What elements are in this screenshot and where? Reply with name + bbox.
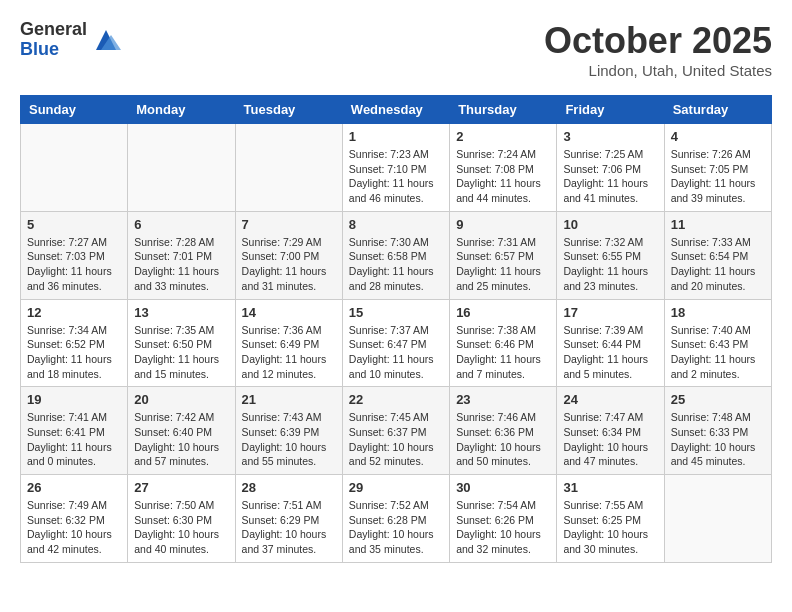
day-info: Sunrise: 7:39 AM Sunset: 6:44 PM Dayligh…	[563, 323, 657, 382]
day-info: Sunrise: 7:38 AM Sunset: 6:46 PM Dayligh…	[456, 323, 550, 382]
day-number: 11	[671, 217, 765, 232]
calendar-cell: 29Sunrise: 7:52 AM Sunset: 6:28 PM Dayli…	[342, 475, 449, 563]
calendar-cell: 19Sunrise: 7:41 AM Sunset: 6:41 PM Dayli…	[21, 387, 128, 475]
day-info: Sunrise: 7:23 AM Sunset: 7:10 PM Dayligh…	[349, 147, 443, 206]
calendar-cell: 30Sunrise: 7:54 AM Sunset: 6:26 PM Dayli…	[450, 475, 557, 563]
day-info: Sunrise: 7:34 AM Sunset: 6:52 PM Dayligh…	[27, 323, 121, 382]
day-info: Sunrise: 7:49 AM Sunset: 6:32 PM Dayligh…	[27, 498, 121, 557]
calendar-cell: 17Sunrise: 7:39 AM Sunset: 6:44 PM Dayli…	[557, 299, 664, 387]
calendar-table: SundayMondayTuesdayWednesdayThursdayFrid…	[20, 95, 772, 563]
calendar-cell: 1Sunrise: 7:23 AM Sunset: 7:10 PM Daylig…	[342, 124, 449, 212]
weekday-header-friday: Friday	[557, 96, 664, 124]
day-number: 8	[349, 217, 443, 232]
day-info: Sunrise: 7:31 AM Sunset: 6:57 PM Dayligh…	[456, 235, 550, 294]
month-title: October 2025	[544, 20, 772, 62]
week-row-4: 19Sunrise: 7:41 AM Sunset: 6:41 PM Dayli…	[21, 387, 772, 475]
day-info: Sunrise: 7:26 AM Sunset: 7:05 PM Dayligh…	[671, 147, 765, 206]
day-number: 4	[671, 129, 765, 144]
day-info: Sunrise: 7:37 AM Sunset: 6:47 PM Dayligh…	[349, 323, 443, 382]
week-row-1: 1Sunrise: 7:23 AM Sunset: 7:10 PM Daylig…	[21, 124, 772, 212]
calendar-cell: 13Sunrise: 7:35 AM Sunset: 6:50 PM Dayli…	[128, 299, 235, 387]
day-number: 28	[242, 480, 336, 495]
calendar-cell: 25Sunrise: 7:48 AM Sunset: 6:33 PM Dayli…	[664, 387, 771, 475]
day-number: 1	[349, 129, 443, 144]
day-number: 30	[456, 480, 550, 495]
day-info: Sunrise: 7:50 AM Sunset: 6:30 PM Dayligh…	[134, 498, 228, 557]
calendar-cell: 31Sunrise: 7:55 AM Sunset: 6:25 PM Dayli…	[557, 475, 664, 563]
day-number: 19	[27, 392, 121, 407]
calendar-cell: 10Sunrise: 7:32 AM Sunset: 6:55 PM Dayli…	[557, 211, 664, 299]
day-info: Sunrise: 7:29 AM Sunset: 7:00 PM Dayligh…	[242, 235, 336, 294]
weekday-header-tuesday: Tuesday	[235, 96, 342, 124]
day-number: 20	[134, 392, 228, 407]
day-number: 10	[563, 217, 657, 232]
weekday-header-sunday: Sunday	[21, 96, 128, 124]
logo-blue: Blue	[20, 40, 87, 60]
calendar-cell	[664, 475, 771, 563]
day-number: 18	[671, 305, 765, 320]
week-row-5: 26Sunrise: 7:49 AM Sunset: 6:32 PM Dayli…	[21, 475, 772, 563]
day-info: Sunrise: 7:54 AM Sunset: 6:26 PM Dayligh…	[456, 498, 550, 557]
week-row-2: 5Sunrise: 7:27 AM Sunset: 7:03 PM Daylig…	[21, 211, 772, 299]
calendar-cell: 22Sunrise: 7:45 AM Sunset: 6:37 PM Dayli…	[342, 387, 449, 475]
day-info: Sunrise: 7:51 AM Sunset: 6:29 PM Dayligh…	[242, 498, 336, 557]
day-number: 17	[563, 305, 657, 320]
logo-general: General	[20, 20, 87, 40]
day-number: 16	[456, 305, 550, 320]
calendar-cell: 7Sunrise: 7:29 AM Sunset: 7:00 PM Daylig…	[235, 211, 342, 299]
calendar-cell: 26Sunrise: 7:49 AM Sunset: 6:32 PM Dayli…	[21, 475, 128, 563]
day-info: Sunrise: 7:33 AM Sunset: 6:54 PM Dayligh…	[671, 235, 765, 294]
calendar-cell: 15Sunrise: 7:37 AM Sunset: 6:47 PM Dayli…	[342, 299, 449, 387]
day-number: 29	[349, 480, 443, 495]
day-number: 5	[27, 217, 121, 232]
day-info: Sunrise: 7:32 AM Sunset: 6:55 PM Dayligh…	[563, 235, 657, 294]
calendar-cell: 6Sunrise: 7:28 AM Sunset: 7:01 PM Daylig…	[128, 211, 235, 299]
day-info: Sunrise: 7:40 AM Sunset: 6:43 PM Dayligh…	[671, 323, 765, 382]
weekday-header-saturday: Saturday	[664, 96, 771, 124]
calendar-cell: 18Sunrise: 7:40 AM Sunset: 6:43 PM Dayli…	[664, 299, 771, 387]
day-number: 15	[349, 305, 443, 320]
calendar-cell: 14Sunrise: 7:36 AM Sunset: 6:49 PM Dayli…	[235, 299, 342, 387]
day-number: 2	[456, 129, 550, 144]
day-info: Sunrise: 7:48 AM Sunset: 6:33 PM Dayligh…	[671, 410, 765, 469]
logo-icon	[91, 25, 121, 55]
calendar-cell: 24Sunrise: 7:47 AM Sunset: 6:34 PM Dayli…	[557, 387, 664, 475]
day-number: 24	[563, 392, 657, 407]
calendar-cell	[128, 124, 235, 212]
weekday-header-monday: Monday	[128, 96, 235, 124]
calendar-cell: 20Sunrise: 7:42 AM Sunset: 6:40 PM Dayli…	[128, 387, 235, 475]
day-number: 3	[563, 129, 657, 144]
day-info: Sunrise: 7:36 AM Sunset: 6:49 PM Dayligh…	[242, 323, 336, 382]
title-block: October 2025 Lindon, Utah, United States	[544, 20, 772, 79]
day-info: Sunrise: 7:46 AM Sunset: 6:36 PM Dayligh…	[456, 410, 550, 469]
calendar-cell: 3Sunrise: 7:25 AM Sunset: 7:06 PM Daylig…	[557, 124, 664, 212]
calendar-cell: 2Sunrise: 7:24 AM Sunset: 7:08 PM Daylig…	[450, 124, 557, 212]
day-info: Sunrise: 7:24 AM Sunset: 7:08 PM Dayligh…	[456, 147, 550, 206]
weekday-header-row: SundayMondayTuesdayWednesdayThursdayFrid…	[21, 96, 772, 124]
day-info: Sunrise: 7:52 AM Sunset: 6:28 PM Dayligh…	[349, 498, 443, 557]
calendar-cell: 9Sunrise: 7:31 AM Sunset: 6:57 PM Daylig…	[450, 211, 557, 299]
day-number: 25	[671, 392, 765, 407]
day-info: Sunrise: 7:28 AM Sunset: 7:01 PM Dayligh…	[134, 235, 228, 294]
day-number: 13	[134, 305, 228, 320]
day-info: Sunrise: 7:30 AM Sunset: 6:58 PM Dayligh…	[349, 235, 443, 294]
day-number: 22	[349, 392, 443, 407]
day-info: Sunrise: 7:47 AM Sunset: 6:34 PM Dayligh…	[563, 410, 657, 469]
day-info: Sunrise: 7:35 AM Sunset: 6:50 PM Dayligh…	[134, 323, 228, 382]
calendar-cell: 12Sunrise: 7:34 AM Sunset: 6:52 PM Dayli…	[21, 299, 128, 387]
calendar-cell	[21, 124, 128, 212]
week-row-3: 12Sunrise: 7:34 AM Sunset: 6:52 PM Dayli…	[21, 299, 772, 387]
calendar-cell: 27Sunrise: 7:50 AM Sunset: 6:30 PM Dayli…	[128, 475, 235, 563]
logo: General Blue	[20, 20, 121, 60]
calendar-cell: 5Sunrise: 7:27 AM Sunset: 7:03 PM Daylig…	[21, 211, 128, 299]
day-info: Sunrise: 7:45 AM Sunset: 6:37 PM Dayligh…	[349, 410, 443, 469]
page-header: General Blue October 2025 Lindon, Utah, …	[20, 20, 772, 79]
calendar-cell: 23Sunrise: 7:46 AM Sunset: 6:36 PM Dayli…	[450, 387, 557, 475]
day-info: Sunrise: 7:43 AM Sunset: 6:39 PM Dayligh…	[242, 410, 336, 469]
day-info: Sunrise: 7:41 AM Sunset: 6:41 PM Dayligh…	[27, 410, 121, 469]
day-number: 12	[27, 305, 121, 320]
day-number: 27	[134, 480, 228, 495]
calendar-cell: 4Sunrise: 7:26 AM Sunset: 7:05 PM Daylig…	[664, 124, 771, 212]
day-number: 23	[456, 392, 550, 407]
weekday-header-wednesday: Wednesday	[342, 96, 449, 124]
